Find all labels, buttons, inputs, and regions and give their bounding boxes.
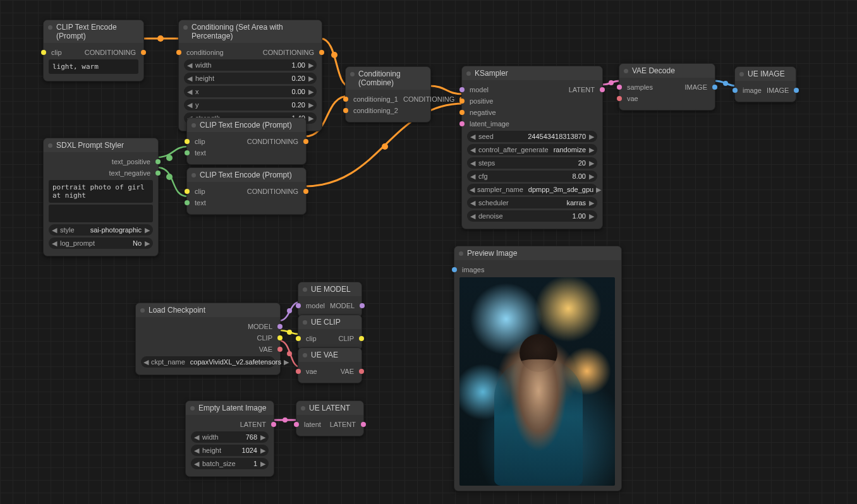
port-latent-out: LATENT [566, 86, 597, 93]
port-conditioning-2: conditioning_2 [351, 107, 401, 114]
node-sdxl-prompt-styler[interactable]: SDXL Prompt Styler text_positive text_ne… [43, 138, 159, 256]
svg-point-9 [287, 351, 292, 356]
port-text-in: text [192, 149, 209, 157]
negative-text-input[interactable] [49, 205, 153, 222]
port-clip-out: CLIP [336, 335, 356, 342]
svg-point-4 [166, 174, 173, 180]
node-title[interactable]: UE LATENT [296, 401, 363, 415]
widget-denoise[interactable]: ◀denoise1.00▶ [467, 210, 597, 222]
port-vae-in: vae [624, 95, 641, 102]
port-text-in: text [192, 199, 209, 207]
port-conditioning-out: CONDITIONING [245, 188, 301, 195]
node-clip-text-encode-1[interactable]: CLIP Text Encode (Prompt) clip CONDITION… [43, 20, 144, 81]
port-conditioning-out: CONDITIONING [260, 49, 317, 56]
node-vae-decode[interactable]: VAE Decode samples IMAGE vae [619, 63, 715, 111]
node-conditioning-set-area[interactable]: Conditioning (Set Area with Percentage) … [178, 20, 322, 131]
node-ue-latent[interactable]: UE LATENT latent LATENT [296, 400, 364, 436]
port-negative: negative [467, 109, 499, 116]
widget-width[interactable]: ◀width1.00▶ [184, 59, 317, 71]
node-title[interactable]: UE MODEL [298, 282, 362, 296]
port-vae-out: VAE [338, 368, 356, 375]
port-model-out: MODEL [327, 302, 357, 309]
node-title[interactable]: CLIP Text Encode (Prompt) [187, 168, 306, 182]
svg-point-5 [609, 80, 614, 85]
port-positive: positive [467, 97, 495, 105]
svg-point-1 [331, 52, 337, 58]
port-text-positive: text_positive [109, 158, 153, 165]
node-title[interactable]: KSampler [462, 66, 602, 80]
node-title[interactable]: Load Checkpoint [136, 303, 280, 317]
node-clip-text-encode-2[interactable]: CLIP Text Encode (Prompt) clip CONDITION… [186, 117, 307, 165]
port-conditioning-in: conditioning [184, 49, 226, 56]
port-image-out: IMAGE [764, 87, 791, 94]
node-title[interactable]: SDXL Prompt Styler [44, 138, 158, 152]
node-title[interactable]: Preview Image [454, 246, 621, 260]
port-latent-out: LATENT [327, 421, 358, 428]
prompt-text-input[interactable]: light, warm [49, 59, 138, 74]
node-title[interactable]: UE VAE [298, 348, 362, 362]
port-conditioning-out: CONDITIONING [401, 95, 457, 103]
node-ue-clip[interactable]: UE CLIP clip CLIP [298, 315, 362, 351]
node-empty-latent-image[interactable]: Empty Latent Image LATENT ◀width768▶ ◀he… [185, 400, 274, 477]
port-latent-in: latent [301, 421, 324, 428]
node-load-checkpoint[interactable]: Load Checkpoint MODEL CLIP VAE ◀ckpt_nam… [135, 303, 281, 375]
widget-log-prompt[interactable]: ◀log_promptNo▶ [49, 237, 153, 249]
svg-point-8 [287, 330, 292, 335]
widget-height[interactable]: ◀height0.20▶ [184, 73, 317, 84]
widget-control-after-generate[interactable]: ◀control_after_generaterandomize▶ [467, 144, 597, 155]
port-model-in: model [303, 302, 327, 309]
widget-batch-size[interactable]: ◀batch_size1▶ [191, 458, 269, 469]
port-clip-in: clip [49, 49, 64, 56]
port-image-out: IMAGE [683, 83, 710, 91]
node-title[interactable]: CLIP Text Encode (Prompt) [187, 118, 306, 132]
svg-point-3 [166, 155, 173, 161]
widget-scheduler[interactable]: ◀schedulerkarras▶ [467, 197, 597, 208]
node-ue-vae[interactable]: UE VAE vae VAE [298, 347, 362, 383]
port-clip-out: CLIP [255, 334, 275, 342]
port-clip-in: clip [192, 188, 208, 195]
svg-point-0 [157, 35, 164, 42]
port-vae-out: VAE [257, 345, 275, 353]
node-ue-image[interactable]: UE IMAGE image IMAGE [734, 66, 796, 102]
port-conditioning-out: CONDITIONING [245, 138, 301, 145]
node-clip-text-encode-3[interactable]: CLIP Text Encode (Prompt) clip CONDITION… [186, 167, 307, 215]
port-images-in: images [459, 266, 487, 273]
node-title[interactable]: VAE Decode [619, 64, 715, 78]
node-ue-model[interactable]: UE MODEL model MODEL [298, 282, 362, 318]
svg-point-6 [723, 81, 728, 86]
svg-point-2 [382, 143, 388, 150]
port-clip-in: clip [303, 335, 319, 342]
node-title[interactable]: Conditioning (Combine) [346, 67, 430, 90]
node-ksampler[interactable]: KSampler model LATENT positive negative … [461, 66, 603, 229]
node-title[interactable]: CLIP Text Encode (Prompt) [44, 20, 143, 43]
widget-seed[interactable]: ◀seed244543418313870▶ [467, 131, 597, 142]
node-conditioning-combine[interactable]: Conditioning (Combine) conditioning_1 CO… [345, 66, 431, 123]
svg-point-7 [287, 308, 292, 313]
port-vae-in: vae [303, 368, 320, 375]
port-clip-in: clip [192, 138, 208, 145]
widget-y[interactable]: ◀y0.20▶ [184, 99, 317, 111]
port-text-negative: text_negative [107, 169, 153, 177]
port-image-in: image [740, 87, 764, 94]
prompt-text-input[interactable]: portrait photo of girl at night [49, 180, 153, 203]
node-title[interactable]: UE CLIP [298, 315, 362, 329]
preview-image [459, 277, 615, 486]
widget-steps[interactable]: ◀steps20▶ [467, 157, 597, 169]
widget-ckpt-name[interactable]: ◀ckpt_namecopaxVividXL_v2.safetensors▶ [141, 356, 275, 368]
widget-sampler-name[interactable]: ◀sampler_namedpmpp_3m_sde_gpu▶ [467, 184, 597, 195]
node-title[interactable]: Empty Latent Image [186, 401, 274, 415]
port-latent-image: latent_image [467, 120, 512, 128]
port-latent-out: LATENT [238, 421, 269, 428]
widget-cfg[interactable]: ◀cfg8.00▶ [467, 171, 597, 182]
widget-style[interactable]: ◀stylesai-photographic▶ [49, 224, 153, 236]
port-model-in: model [467, 86, 491, 93]
node-title[interactable]: Conditioning (Set Area with Percentage) [179, 20, 322, 43]
node-preview-image[interactable]: Preview Image images [454, 246, 622, 491]
node-title[interactable]: UE IMAGE [735, 67, 796, 81]
widget-width[interactable]: ◀width768▶ [191, 431, 269, 443]
port-conditioning-out: CONDITIONING [82, 49, 138, 56]
widget-height[interactable]: ◀height1024▶ [191, 445, 269, 456]
port-samples: samples [624, 83, 655, 91]
port-model-out: MODEL [245, 323, 275, 330]
widget-x[interactable]: ◀x0.00▶ [184, 86, 317, 97]
